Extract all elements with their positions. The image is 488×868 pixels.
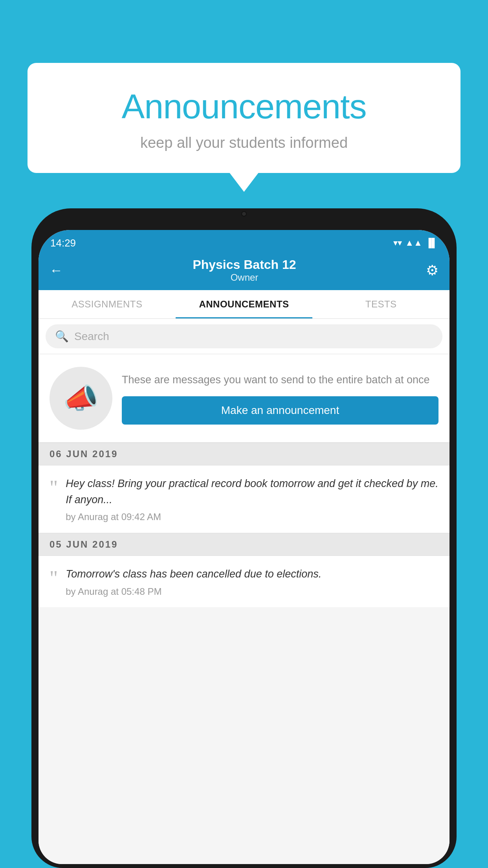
header-subtitle: Owner [193,272,296,283]
date-divider-1: 06 JUN 2019 [39,443,449,465]
status-time: 14:29 [50,237,76,249]
search-container: 🔍 Search [39,319,449,354]
wifi-icon: ▾▾ [393,238,402,248]
speech-bubble-subtitle: keep all your students informed [43,134,445,151]
announcement-content-2: Tomorrow's class has been cancelled due … [66,566,438,597]
speech-bubble-container: Announcements keep all your students inf… [28,63,460,173]
announcement-text-1: Hey class! Bring your practical record b… [66,476,438,508]
tab-assignments[interactable]: ASSIGNMENTS [39,290,176,318]
phone-screen: 14:29 ▾▾ ▲▲ ▐▌ ← Physics Batch 12 Owner … [39,230,449,864]
tab-tests[interactable]: TESTS [312,290,449,318]
promo-card: 📣 These are messages you want to send to… [39,354,449,443]
announcement-item-2: " Tomorrow's class has been cancelled du… [39,556,449,608]
announcement-meta-1: by Anurag at 09:42 AM [66,511,438,522]
search-icon: 🔍 [55,330,69,343]
quote-icon-2: " [50,568,58,588]
announcement-text-2: Tomorrow's class has been cancelled due … [66,566,438,582]
signal-icon: ▲▲ [405,238,422,248]
make-announcement-button[interactable]: Make an announcement [122,396,438,425]
camera-dot [241,211,247,217]
promo-icon-circle: 📣 [50,367,112,430]
speech-bubble-title: Announcements [43,86,445,127]
gear-icon[interactable]: ⚙ [426,262,438,279]
battery-icon: ▐▌ [426,238,438,248]
app-header: ← Physics Batch 12 Owner ⚙ [39,252,449,290]
date-divider-2: 05 JUN 2019 [39,533,449,556]
notch [226,208,262,219]
promo-description: These are messages you want to send to t… [122,372,438,388]
header-title-block: Physics Batch 12 Owner [193,257,296,283]
announcement-content-1: Hey class! Bring your practical record b… [66,476,438,522]
content-area: 🔍 Search 📣 These are messages you want t… [39,319,449,864]
megaphone-icon: 📣 [63,382,99,415]
announcement-item-1: " Hey class! Bring your practical record… [39,465,449,533]
phone-frame: 14:29 ▾▾ ▲▲ ▐▌ ← Physics Batch 12 Owner … [31,208,457,868]
speech-bubble: Announcements keep all your students inf… [28,63,460,173]
tab-announcements[interactable]: ANNOUNCEMENTS [176,290,313,318]
quote-icon-1: " [50,478,58,498]
status-bar: 14:29 ▾▾ ▲▲ ▐▌ [39,230,449,252]
header-title: Physics Batch 12 [193,257,296,272]
search-bar[interactable]: 🔍 Search [46,324,442,348]
tabs-bar: ASSIGNMENTS ANNOUNCEMENTS TESTS [39,290,449,319]
announcement-meta-2: by Anurag at 05:48 PM [66,586,438,597]
back-button[interactable]: ← [50,263,63,278]
status-icons: ▾▾ ▲▲ ▐▌ [393,238,438,248]
search-input-placeholder: Search [74,330,109,343]
promo-content: These are messages you want to send to t… [122,372,438,425]
